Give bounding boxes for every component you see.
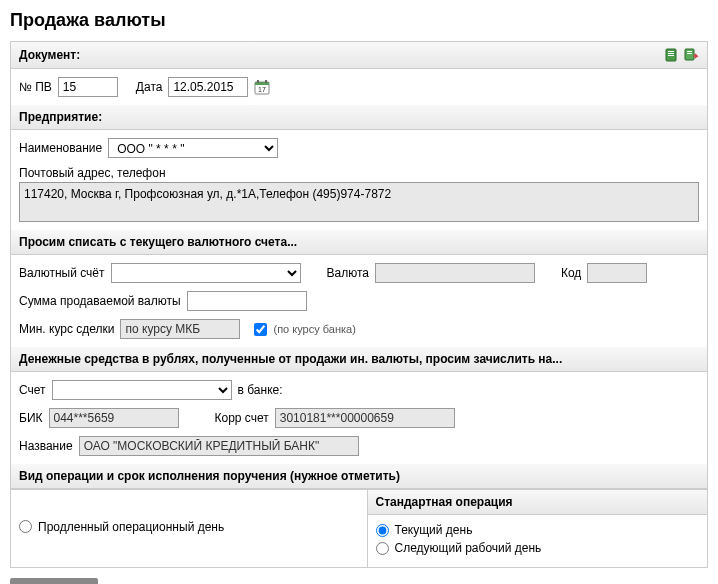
current-day-label: Текущий день [395,523,473,537]
header-icons [663,47,699,63]
form-container: Документ: № ПВ Дата 17 Предприятие: Наим… [10,41,708,568]
section-body-credit: Счет в банке: БИК Корр счет Название [11,372,707,464]
debit-currency-label: Валюта [327,266,369,280]
operation-col-right: Стандартная операция Текущий день Следую… [367,490,708,567]
credit-account-select[interactable] [52,380,232,400]
svg-rect-5 [687,51,692,52]
extended-day-radio[interactable] [19,520,32,533]
svg-rect-10 [265,80,267,83]
svg-text:17: 17 [259,86,267,93]
svg-rect-1 [668,51,674,52]
svg-rect-6 [687,53,692,54]
save-button[interactable]: Сохранить [10,578,98,584]
doc-icon-1[interactable] [663,47,679,63]
enterprise-address-label: Почтовый адрес, телефон [19,166,699,180]
credit-bankname-label: Название [19,439,73,453]
doc-date-label: Дата [136,80,163,94]
debit-account-label: Валютный счёт [19,266,105,280]
debit-code-label: Код [561,266,581,280]
doc-date-input[interactable] [168,77,248,97]
operation-col-left: Продленный операционный день [11,490,367,567]
doc-icon-2[interactable] [683,47,699,63]
extended-day-label: Продленный операционный день [38,520,224,534]
doc-num-input[interactable] [58,77,118,97]
standard-op-header: Стандартная операция [368,490,708,515]
debit-rate-label: Мин. курс сделки [19,322,114,336]
section-body-enterprise: Наименование ООО " * * * " Почтовый адре… [11,130,707,230]
doc-num-label: № ПВ [19,80,52,94]
credit-corr-input [275,408,455,428]
debit-amount-input[interactable] [187,291,307,311]
credit-bankname-input [79,436,359,456]
section-header-debit: Просим списать с текущего валютного счет… [11,230,707,255]
svg-rect-3 [668,55,674,56]
debit-account-select[interactable] [111,263,301,283]
section-body-debit: Валютный счёт Валюта Код Сумма продаваем… [11,255,707,347]
credit-corr-label: Корр счет [215,411,269,425]
section-header-enterprise: Предприятие: [11,105,707,130]
calendar-icon[interactable]: 17 [254,79,270,95]
operation-two-col: Продленный операционный день Стандартная… [11,489,707,567]
document-header-label: Документ: [19,48,80,62]
credit-account-label: Счет [19,383,46,397]
section-header-document: Документ: [11,42,707,69]
next-day-radio[interactable] [376,542,389,555]
debit-currency-input [375,263,535,283]
enterprise-name-select[interactable]: ООО " * * * " [108,138,278,158]
svg-rect-2 [668,53,674,54]
enterprise-address-field[interactable]: 117420, Москва г, Профсоюзная ул, д.*1А,… [19,182,699,222]
credit-bik-label: БИК [19,411,43,425]
section-body-document: № ПВ Дата 17 [11,69,707,105]
debit-rate-hint: (по курсу банка) [273,323,355,335]
enterprise-name-label: Наименование [19,141,102,155]
next-day-label: Следующий рабочий день [395,541,542,555]
section-header-operation: Вид операции и срок исполнения поручения… [11,464,707,489]
section-header-credit: Денежные средства в рублях, полученные о… [11,347,707,372]
debit-amount-label: Сумма продаваемой валюты [19,294,181,308]
credit-bik-input [49,408,179,428]
debit-rate-input [120,319,240,339]
current-day-radio[interactable] [376,524,389,537]
debit-rate-checkbox[interactable] [254,323,267,336]
svg-rect-9 [257,80,259,83]
page-title: Продажа валюты [10,10,708,31]
svg-rect-4 [685,49,694,60]
credit-bankin-label: в банке: [238,383,283,397]
debit-code-input [587,263,647,283]
